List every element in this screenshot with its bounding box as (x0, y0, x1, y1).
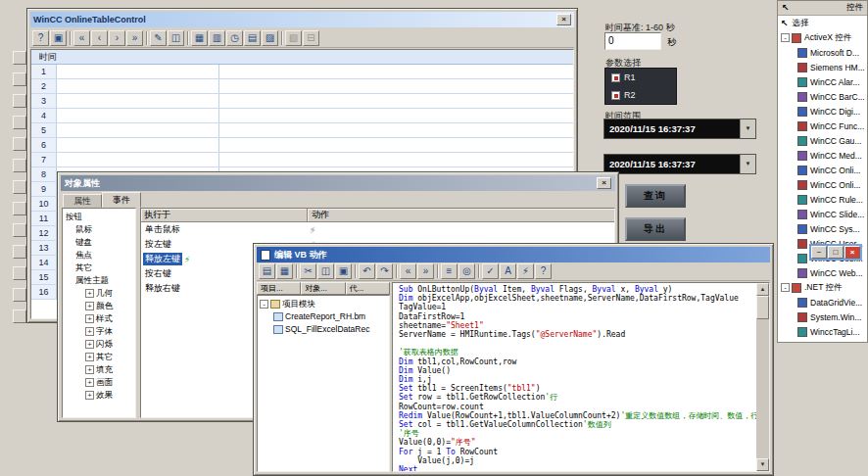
time-base-input[interactable]: 0 (604, 32, 661, 50)
value-cell[interactable] (219, 153, 573, 167)
cut-icon[interactable]: ✂ (300, 263, 316, 279)
checkbox-icon[interactable] (611, 91, 620, 100)
redo-icon[interactable]: ↷ (376, 263, 393, 279)
palette-group[interactable]: -ActiveX 控件 (778, 30, 867, 45)
tree-item[interactable]: +字体 (63, 325, 135, 338)
copy-icon[interactable]: ◫ (168, 30, 184, 46)
expand-icon[interactable]: + (85, 327, 94, 336)
tab-code-templates[interactable]: 代... (346, 282, 390, 295)
stats-icon[interactable]: ▥ (209, 30, 225, 46)
next-record-icon[interactable]: › (109, 30, 125, 46)
export-icon[interactable]: ⊟ (303, 30, 319, 46)
palette-item[interactable]: WinCC Alar... (778, 74, 867, 89)
time-cell[interactable] (57, 138, 219, 152)
left-dock-icon[interactable] (13, 288, 26, 302)
module-tree-root[interactable]: -项目模块 (260, 298, 389, 310)
scroll-down-icon[interactable]: ▼ (756, 458, 769, 471)
table-row[interactable]: 6 (31, 138, 573, 153)
expand-icon[interactable]: + (85, 353, 94, 361)
close-button[interactable]: × (844, 246, 860, 259)
palette-item[interactable]: WinCC Onli... (778, 177, 867, 192)
close-button[interactable]: × (556, 14, 571, 25)
time-cell[interactable] (57, 94, 219, 108)
left-dock-icon[interactable] (13, 51, 26, 65)
palette-item[interactable]: Siemens HM... (778, 60, 867, 74)
module-item[interactable]: SQL_FillExcelDataRec (260, 323, 389, 336)
scroll-up-icon[interactable]: ▲ (756, 283, 769, 296)
palette-item[interactable]: WinCC Rule... (778, 192, 867, 207)
column-action[interactable]: 动作 (308, 209, 614, 221)
grid-icon[interactable]: ▨ (262, 30, 278, 46)
close-button[interactable]: × (597, 177, 611, 189)
left-dock-icon[interactable] (13, 180, 26, 194)
tree-item[interactable]: +画面 (63, 376, 135, 389)
undo-icon[interactable]: ↶ (359, 263, 375, 279)
code-editor[interactable]: Sub OnLButtonUp(Byval Item, Byval Flags,… (392, 282, 770, 472)
tree-item[interactable]: +其它 (63, 351, 135, 363)
value-cell[interactable] (219, 79, 573, 93)
collapse-icon[interactable]: - (781, 33, 790, 42)
tab-properties[interactable]: 属性 (63, 194, 102, 208)
collapse-icon[interactable]: - (260, 300, 268, 309)
edit-icon[interactable]: ✎ (150, 30, 167, 46)
palette-item[interactable]: System.Win... (778, 309, 867, 324)
value-cell[interactable] (219, 138, 573, 152)
left-dock-icon[interactable] (13, 223, 26, 237)
list-icon[interactable]: ≡ (441, 263, 458, 279)
module-item[interactable]: CreateReport_RH.bm (260, 310, 389, 323)
select-icon[interactable]: ▣ (50, 30, 67, 46)
palette-item[interactable]: WinCC Med... (778, 148, 867, 163)
calendar-icon[interactable]: ▦ (191, 30, 208, 46)
help-icon[interactable]: ? (535, 263, 552, 279)
dropdown-arrow-icon[interactable]: ▼ (740, 155, 755, 173)
time-cell[interactable] (57, 123, 219, 137)
time-cell[interactable] (57, 79, 219, 93)
time-cell[interactable] (57, 65, 219, 78)
action-lightning-icon[interactable]: ⚡ (310, 225, 315, 235)
value-cell[interactable] (219, 123, 573, 137)
table-row[interactable]: 5 (31, 123, 573, 138)
left-dock-icon[interactable] (13, 72, 26, 86)
tree-item[interactable]: +样式 (63, 312, 135, 325)
print-icon[interactable]: ▧ (285, 30, 302, 46)
dropdown-arrow-icon[interactable]: ▼ (740, 119, 755, 138)
tree-item[interactable]: +效果 (63, 389, 135, 402)
left-dock-icon[interactable] (13, 202, 26, 215)
action-icon[interactable]: ⚡ (517, 263, 534, 279)
expand-icon[interactable]: + (85, 340, 94, 349)
tree-item[interactable]: +几何 (63, 287, 135, 300)
datetime-end-combo[interactable]: 2020/11/15 16:37:37 ▼ (603, 154, 756, 174)
window-titlebar[interactable]: WinCC OnlineTableControl × (30, 12, 574, 27)
export-button[interactable]: 导出 (625, 217, 686, 241)
indent-icon[interactable]: » (417, 263, 434, 279)
tree-item[interactable]: 键盘 (63, 236, 135, 249)
time-column-header[interactable]: 时间 (31, 51, 57, 64)
param-option[interactable]: R2 (611, 90, 670, 100)
tree-item[interactable]: +填充 (63, 363, 135, 376)
table-row[interactable]: 3 (31, 94, 573, 109)
palette-item[interactable]: DataGridVie... (778, 295, 867, 309)
expand-icon[interactable]: + (85, 302, 94, 310)
outdent-icon[interactable]: « (400, 263, 416, 279)
palette-group[interactable]: -.NET 控件 (778, 280, 867, 295)
param-option[interactable]: R1 (611, 72, 670, 82)
tab-project-modules[interactable]: 项目... (257, 282, 301, 295)
palette-item-select[interactable]: ↖选择 (778, 16, 867, 30)
tree-item[interactable]: +闪烁 (63, 338, 135, 351)
expand-icon[interactable]: + (85, 391, 94, 400)
palette-item[interactable]: WinCC Digi... (778, 104, 867, 119)
clock-icon[interactable]: ◷ (226, 30, 243, 46)
left-dock-icon[interactable] (13, 116, 26, 129)
check-syntax-icon[interactable]: ✓ (482, 263, 499, 279)
collapse-icon[interactable]: - (781, 283, 790, 292)
checkbox-icon[interactable] (611, 73, 620, 82)
tree-item[interactable]: 属性主题 (63, 274, 135, 287)
copy-icon[interactable]: ◫ (317, 263, 334, 279)
first-record-icon[interactable]: « (73, 30, 90, 46)
time-cell[interactable] (57, 153, 219, 167)
scrollbar-thumb[interactable] (756, 296, 769, 319)
left-dock-icon[interactable] (13, 159, 26, 172)
tree-item[interactable]: 其它 (63, 262, 135, 274)
expand-icon[interactable]: + (85, 365, 94, 374)
tab-events[interactable]: 事件 (102, 192, 141, 208)
